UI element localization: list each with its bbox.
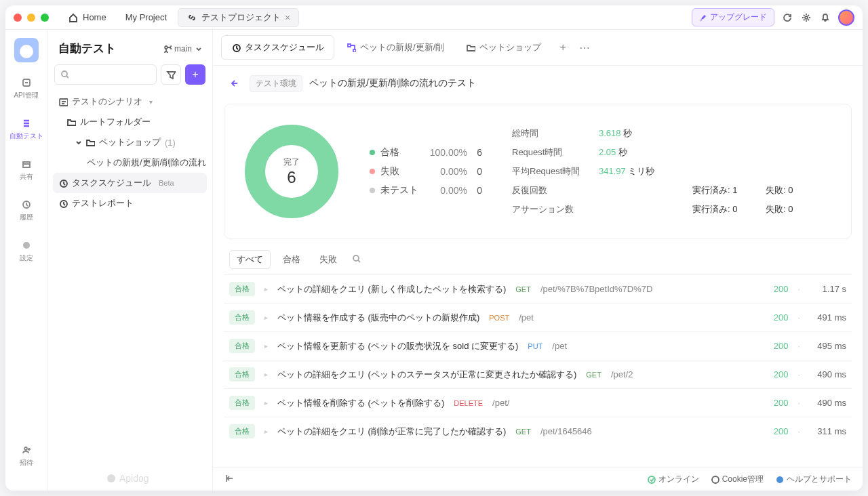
brand-icon bbox=[106, 473, 117, 484]
search-icon bbox=[352, 254, 361, 264]
status-badge: 合格 bbox=[229, 367, 255, 381]
collapse-sidebar-button[interactable] bbox=[224, 473, 235, 486]
project-label: My Project bbox=[125, 12, 167, 22]
check-icon bbox=[648, 476, 656, 484]
legend: 合格 100.00% 6 失敗 0.00% 0 未テスト 0.00% bbox=[370, 146, 485, 197]
tree-schedule[interactable]: タスクスケジュール Beta bbox=[53, 173, 207, 193]
add-button[interactable]: + bbox=[185, 64, 205, 85]
tree-report-label: テストレポート bbox=[72, 197, 134, 209]
result-name: ペットの詳細をクエリ (削除が正常に完了したか確認する) bbox=[277, 426, 506, 438]
status-badge: 合格 bbox=[229, 424, 255, 438]
tree-root-folder[interactable]: ルートフォルダー bbox=[53, 112, 207, 132]
home-icon bbox=[68, 12, 79, 23]
caret-icon: ▾ bbox=[149, 98, 153, 106]
result-name: ペット情報を削除する (ペットを削除する) bbox=[277, 397, 444, 409]
rail-share[interactable]: 共有 bbox=[5, 156, 47, 184]
result-row[interactable]: 合格 ▸ ペットの詳細をクエリ (削除が正常に完了したか確認する) GET /p… bbox=[224, 417, 852, 445]
folder-icon bbox=[466, 43, 475, 52]
status-code: 200 bbox=[774, 341, 789, 351]
active-project-tab[interactable]: テストプロジェクト × bbox=[178, 8, 299, 27]
http-method: POST bbox=[489, 314, 509, 322]
workspace-avatar[interactable] bbox=[14, 38, 39, 62]
home-tab[interactable]: Home bbox=[60, 9, 115, 26]
search-icon bbox=[60, 70, 70, 79]
rail-settings[interactable]: 設定 bbox=[5, 237, 47, 266]
project-tab[interactable]: My Project bbox=[117, 9, 175, 25]
add-tab-button[interactable]: + bbox=[553, 38, 572, 57]
stat-assert-fail: 失敗: 0 bbox=[766, 203, 813, 215]
back-button[interactable] bbox=[224, 74, 243, 93]
close-tab-icon[interactable]: × bbox=[285, 12, 290, 23]
filter-pass[interactable]: 合格 bbox=[276, 251, 307, 268]
status-code: 200 bbox=[774, 426, 789, 436]
legend-fail-count: 0 bbox=[473, 166, 482, 177]
stat-assert-label: アサーション数 bbox=[512, 203, 587, 215]
settings-icon[interactable] bbox=[800, 12, 812, 24]
refresh-icon[interactable] bbox=[781, 12, 793, 24]
footer-cookie[interactable]: Cookie管理 bbox=[711, 474, 764, 485]
folder-icon bbox=[85, 138, 95, 147]
http-method: DELETE bbox=[454, 399, 483, 407]
cookie-icon bbox=[711, 476, 719, 484]
rail-share-label: 共有 bbox=[20, 172, 33, 182]
stat-total-time-value: 3.618 秒 bbox=[599, 127, 680, 140]
flow-icon bbox=[347, 43, 356, 52]
tab-petflow[interactable]: ペットの新規/更新/削 bbox=[337, 36, 454, 59]
tab-schedule[interactable]: タスクスケジュール bbox=[221, 35, 334, 60]
bell-icon[interactable] bbox=[819, 12, 831, 24]
filter-button[interactable] bbox=[161, 64, 181, 85]
svg-point-3 bbox=[23, 242, 30, 249]
result-row[interactable]: 合格 ▸ ペットの詳細をクエリ (ペットのステータスが正常に変更されたか確認する… bbox=[224, 360, 852, 388]
footer-help[interactable]: ヘルプとサポート bbox=[776, 474, 852, 485]
filter-fail[interactable]: 失敗 bbox=[313, 251, 344, 268]
rail-api[interactable]: API管理 bbox=[5, 75, 47, 103]
result-row[interactable]: 合格 ▸ ペットの詳細をクエリ (新しく作成したペットを検索する) GET /p… bbox=[224, 274, 852, 303]
search-input[interactable] bbox=[54, 64, 157, 85]
status-code: 200 bbox=[774, 284, 789, 294]
user-avatar[interactable] bbox=[838, 9, 854, 26]
filter-all[interactable]: すべて bbox=[229, 250, 271, 269]
dot-icon bbox=[370, 150, 375, 155]
result-row[interactable]: 合格 ▸ ペット情報を作成する (販売中のペットの新規作成) POST /pet… bbox=[224, 303, 852, 331]
footer-online[interactable]: オンライン bbox=[648, 474, 699, 485]
result-row[interactable]: 合格 ▸ ペット情報を更新する (ペットの販売状況を sold に変更する) P… bbox=[224, 331, 852, 360]
more-tabs-button[interactable]: ⋯ bbox=[575, 38, 594, 57]
filter-search-button[interactable] bbox=[349, 251, 364, 268]
legend-untested-pct: 0.00% bbox=[424, 185, 467, 196]
result-name: ペット情報を更新する (ペットの販売状況を sold に変更する) bbox=[277, 340, 518, 352]
dot-icon bbox=[370, 188, 375, 193]
result-name: ペットの詳細をクエリ (新しく作成したペットを検索する) bbox=[277, 283, 506, 295]
tree-petshop-folder[interactable]: ペットショップ (1) bbox=[53, 132, 207, 152]
branch-name: main bbox=[174, 44, 192, 54]
rail-history[interactable]: 履歴 bbox=[5, 197, 47, 225]
rail-history-label: 履歴 bbox=[20, 213, 33, 222]
link-icon bbox=[186, 12, 197, 23]
tree-petflow[interactable]: ペットの新規/更新/削除の流れ bbox=[53, 152, 207, 173]
branch-selector[interactable]: main bbox=[163, 44, 201, 54]
upgrade-button[interactable]: アップグレード bbox=[692, 8, 774, 26]
svg-point-21 bbox=[776, 476, 783, 483]
chevron-icon: ▸ bbox=[264, 314, 268, 321]
minimize-window[interactable] bbox=[27, 14, 35, 22]
maximize-window[interactable] bbox=[41, 14, 49, 22]
status-badge: 合格 bbox=[229, 396, 255, 410]
rail-invite[interactable]: 招待 bbox=[5, 442, 47, 470]
request-path: /pet/2 bbox=[611, 369, 633, 379]
result-row[interactable]: 合格 ▸ ペット情報を削除する (ペットを削除する) DELETE /pet/ … bbox=[224, 388, 852, 417]
tree-section-scenarios[interactable]: テストのシナリオ ▾ bbox=[53, 91, 207, 112]
stat-total-time-label: 総時間 bbox=[512, 127, 587, 140]
close-window[interactable] bbox=[14, 14, 22, 22]
footer-online-label: オンライン bbox=[658, 474, 699, 485]
tree-petshop-count: (1) bbox=[165, 138, 176, 148]
request-path: /pet/ bbox=[492, 398, 509, 408]
report-icon bbox=[58, 199, 68, 208]
chevron-icon: ▸ bbox=[264, 342, 268, 350]
history-icon bbox=[21, 199, 32, 210]
result-name: ペット情報を作成する (販売中のペットの新規作成) bbox=[277, 312, 479, 324]
svg-point-19 bbox=[648, 476, 655, 483]
tree-report[interactable]: テストレポート bbox=[53, 193, 207, 213]
folder-icon bbox=[66, 117, 76, 127]
tab-petshop[interactable]: ペットショップ bbox=[456, 36, 551, 59]
stat-avg-req-value: 341.97 ミリ秒 bbox=[599, 165, 680, 178]
rail-autotest[interactable]: 自動テスト bbox=[5, 115, 47, 144]
